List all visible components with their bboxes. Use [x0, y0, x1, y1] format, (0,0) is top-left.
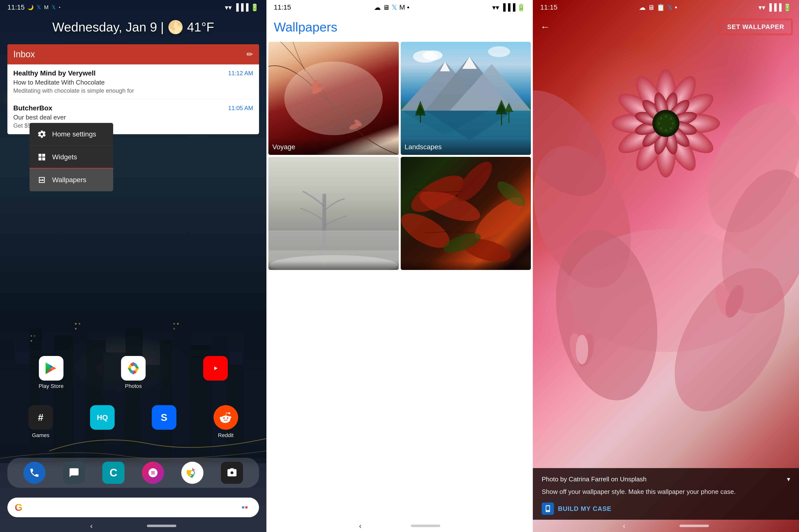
google-assistant-icon — [240, 502, 250, 512]
attribution-row: Photo by Catrina Farrell on Unsplash ▾ — [542, 475, 790, 483]
wallpaper-sketch[interactable] — [268, 157, 399, 270]
twitter-icon-1: 𝕏 — [37, 4, 41, 11]
context-menu: Home settings Widgets Wallpapers — [30, 123, 113, 191]
svg-point-28 — [227, 417, 228, 419]
svg-point-96 — [670, 127, 672, 130]
wallpaper-landscapes[interactable]: Landscapes — [401, 42, 531, 155]
svg-rect-20 — [34, 335, 35, 337]
expand-icon[interactable]: ▾ — [787, 475, 790, 483]
play-store-app[interactable]: Play Store — [39, 356, 64, 390]
svg-point-93 — [665, 115, 667, 118]
reddit-app[interactable]: Reddit — [213, 405, 238, 439]
email-item-1[interactable]: Healthy Mind by Verywell 11:12 AM How to… — [7, 64, 259, 99]
games-app[interactable]: # Games — [28, 405, 53, 439]
widgets-label: Widgets — [52, 153, 77, 161]
home-settings-label: Home settings — [52, 130, 96, 138]
set-wallpaper-button[interactable]: SET WALLPAPER — [720, 20, 792, 34]
svg-rect-21 — [31, 340, 32, 341]
svg-point-98 — [660, 127, 662, 130]
svg-point-94 — [670, 117, 672, 120]
wallpaper-voyage[interactable]: Voyage — [268, 42, 399, 155]
attribution-text: Photo by Catrina Farrell on Unsplash — [542, 475, 647, 483]
twitter-icon-2: 𝕏 — [51, 4, 56, 11]
home-settings-icon — [36, 129, 47, 140]
pv-cloud-icon: ☁ — [639, 3, 646, 12]
shazam-app[interactable]: S — [152, 405, 176, 439]
inbox-widget[interactable]: Inbox ✏ Healthy Mind by Verywell 11:12 A… — [7, 44, 259, 134]
signal-icon: ▐▐▐ — [234, 3, 248, 11]
voyage-label: Voyage — [268, 138, 399, 155]
wifi-icon: ▾▾ — [225, 3, 232, 12]
wp-battery-icon: 🔋 — [517, 3, 525, 12]
svg-rect-18 — [75, 328, 76, 329]
wallpaper-leaves[interactable] — [401, 157, 531, 270]
pv-twitter-icon: 𝕏 — [667, 3, 673, 12]
email-time-1: 11:12 AM — [228, 70, 253, 77]
svg-point-30 — [191, 471, 194, 475]
reddit-label: Reddit — [218, 432, 234, 439]
voyage-svg — [268, 42, 399, 155]
wp-gmail-icon: M — [399, 3, 405, 11]
svg-point-31 — [242, 506, 244, 509]
svg-point-25 — [131, 366, 136, 371]
status-bar-wallpapers: 11:15 ☁ 🖥 𝕏 M • ▾▾ ▐▐▐ 🔋 — [266, 0, 533, 15]
time-display: 11:15 — [7, 3, 24, 11]
svg-point-53 — [423, 51, 442, 60]
preview-back-button[interactable]: ← — [540, 21, 550, 33]
email-time-2: 11:05 AM — [228, 105, 253, 112]
notification-icon-1: 🌙 — [27, 4, 34, 10]
pv-dot-icon: • — [675, 3, 677, 11]
swirl-app[interactable] — [142, 462, 164, 484]
wallpaper-preview-panel: 11:15 ☁ 🖥 📋 𝕏 • ▾▾ ▐▐▐ 🔋 ← SET WALLPAPER… — [533, 0, 799, 532]
camera-app[interactable] — [221, 462, 243, 484]
photos-app[interactable]: Photos — [121, 356, 146, 390]
wp-screen-icon: 🖥 — [383, 3, 390, 12]
svg-rect-13 — [211, 335, 229, 463]
svg-rect-24 — [173, 328, 175, 329]
home-pill-wallpapers[interactable] — [411, 525, 440, 527]
svg-rect-8 — [126, 328, 143, 463]
inbox-header: Inbox ✏ — [7, 44, 259, 64]
pv-signal-icon: ▐▐▐ — [767, 3, 782, 11]
messages-app[interactable] — [63, 462, 85, 484]
context-home-settings[interactable]: Home settings — [30, 123, 113, 146]
search-bar[interactable]: G — [7, 498, 259, 517]
flower-preview-svg — [533, 0, 799, 532]
photos-label: Photos — [125, 383, 142, 390]
app-icons-row-1: Play Store Photos — [0, 356, 266, 390]
preview-time: 11:15 — [540, 3, 557, 11]
home-pill-home[interactable] — [147, 525, 176, 527]
google-logo: G — [15, 502, 22, 513]
email-sender-1: Healthy Mind by Verywell — [13, 69, 96, 77]
inbox-edit-icon[interactable]: ✏ — [246, 50, 253, 59]
context-wallpapers[interactable]: Wallpapers — [30, 168, 113, 191]
back-button-wallpapers[interactable]: ‹ — [359, 522, 361, 530]
hq-app[interactable]: HQ — [90, 405, 115, 439]
back-button-preview[interactable]: ‹ — [623, 522, 625, 530]
date-text: Wednesday, Jan 9 | 🌕 41°F — [52, 20, 214, 34]
build-case-row[interactable]: BUILD MY CASE — [542, 502, 790, 515]
wp-time: 11:15 — [274, 3, 291, 11]
c-app[interactable]: C — [102, 462, 125, 484]
date-weather-widget: Wednesday, Jan 9 | 🌕 41°F — [0, 20, 266, 35]
youtube-app[interactable] — [203, 356, 228, 390]
leaves-label — [401, 261, 531, 270]
status-bar-home: 11:15 🌙 𝕏 M 𝕏 • ▾▾ ▐▐▐ 🔋 — [0, 0, 266, 15]
landscape-svg — [401, 42, 531, 155]
wp-twitter-icon: 𝕏 — [392, 3, 397, 12]
bottom-dock: C — [7, 458, 259, 488]
pv-battery-icon: 🔋 — [783, 3, 792, 12]
chrome-app[interactable] — [181, 462, 203, 484]
phone-app[interactable] — [23, 462, 45, 484]
wallpapers-header: Wallpapers — [266, 15, 533, 42]
play-store-label: Play Store — [39, 383, 64, 390]
home-pill-preview[interactable] — [680, 525, 709, 527]
status-bar-preview: 11:15 ☁ 🖥 📋 𝕏 • ▾▾ ▐▐▐ 🔋 — [533, 0, 799, 15]
context-widgets[interactable]: Widgets — [30, 146, 113, 168]
wp-cloud-icon: ☁ — [374, 3, 381, 12]
wallpapers-label: Wallpapers — [52, 176, 86, 184]
back-button-home[interactable]: ‹ — [90, 522, 93, 530]
pv-wifi-icon: ▾▾ — [758, 3, 765, 12]
svg-point-38 — [284, 61, 383, 135]
nav-bar-preview: ‹ — [533, 520, 799, 532]
